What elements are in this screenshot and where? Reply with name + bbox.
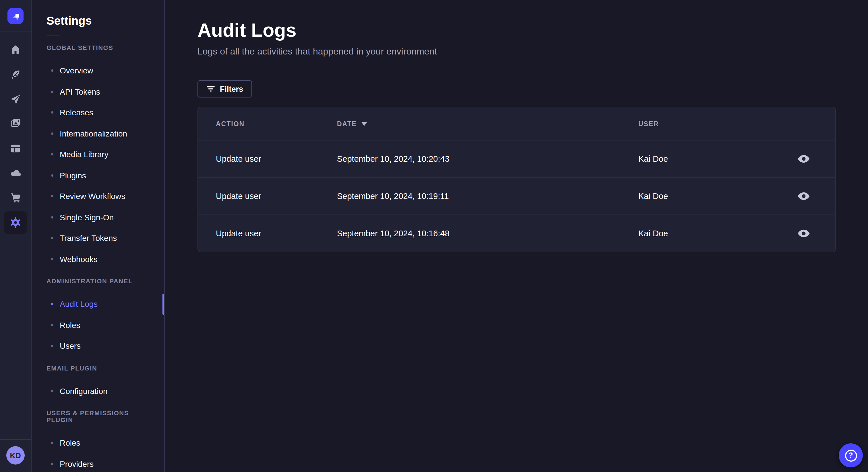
page-subtitle: Logs of all the activities that happened… — [197, 45, 836, 59]
sidebar-item-single-sign-on[interactable]: Single Sign-On — [32, 207, 164, 228]
cell-user: Kai Doe — [639, 192, 770, 201]
active-item-indicator — [162, 294, 164, 314]
cell-date: September 10, 2024, 10:16:48 — [337, 229, 639, 238]
sidebar-item-up-roles[interactable]: Roles — [32, 432, 164, 453]
sidebar-item-up-providers[interactable]: Providers — [32, 453, 164, 472]
cell-user: Kai Doe — [639, 154, 770, 164]
rail-icon-list — [0, 32, 31, 235]
section-label-users-permissions-plugin: USERS & PERMISSIONS PLUGIN — [46, 409, 149, 423]
bullet-icon — [51, 195, 53, 198]
cell-date: September 10, 2024, 10:20:43 — [337, 154, 639, 164]
settings-sidebar: Settings GLOBAL SETTINGS Overview API To… — [32, 0, 165, 472]
sidebar-item-overview[interactable]: Overview — [32, 60, 164, 81]
avatar-initials: KD — [10, 451, 21, 460]
cell-user: Kai Doe — [639, 229, 770, 238]
sidebar-item-releases[interactable]: Releases — [32, 102, 164, 123]
sidebar-title-divider — [46, 36, 60, 36]
bullet-icon — [51, 216, 53, 218]
filters-button-label: Filters — [220, 85, 243, 93]
filters-button[interactable]: Filters — [197, 80, 252, 98]
section-label-global-settings: GLOBAL SETTINGS — [46, 44, 149, 51]
cell-date: September 10, 2024, 10:19:11 — [337, 192, 639, 201]
workspace-logo-button[interactable] — [0, 0, 31, 32]
nav-marketplace-cart-icon[interactable] — [0, 185, 31, 210]
bullet-icon — [51, 237, 53, 239]
nav-home-icon[interactable] — [0, 37, 31, 62]
question-mark-icon: ? — [845, 449, 857, 461]
view-details-eye-icon[interactable] — [794, 224, 813, 243]
bullet-icon — [51, 442, 53, 444]
sidebar-section-email-plugin: Configuration — [32, 376, 164, 401]
sidebar-item-email-configuration[interactable]: Configuration — [32, 380, 164, 401]
bullet-icon — [51, 174, 53, 177]
cell-action: Update user — [216, 229, 337, 238]
filter-funnel-icon — [206, 84, 215, 94]
cell-action: Update user — [216, 192, 337, 201]
nav-cloud-icon[interactable] — [0, 161, 31, 185]
nav-media-library-icon[interactable] — [0, 111, 31, 136]
sidebar-item-webhooks[interactable]: Webhooks — [32, 248, 164, 270]
bullet-icon — [51, 324, 53, 326]
sidebar-item-transfer-tokens[interactable]: Transfer Tokens — [32, 228, 164, 248]
bullet-icon — [51, 303, 53, 305]
audit-logs-table: ACTION DATE USER Update user September 1… — [197, 107, 836, 252]
table-row[interactable]: Update user September 10, 2024, 10:20:43… — [198, 140, 835, 177]
nav-content-feather-icon[interactable] — [0, 62, 31, 87]
page-title: Audit Logs — [197, 19, 836, 42]
bullet-icon — [51, 463, 53, 465]
help-button[interactable]: ? — [839, 443, 863, 467]
sidebar-item-plugins[interactable]: Plugins — [32, 165, 164, 186]
rail-divider — [0, 439, 31, 440]
sidebar-item-audit-logs[interactable]: Audit Logs — [32, 294, 164, 314]
view-details-eye-icon[interactable] — [794, 187, 813, 205]
sidebar-item-admin-roles[interactable]: Roles — [32, 314, 164, 336]
bullet-icon — [51, 70, 53, 72]
bullet-icon — [51, 258, 53, 260]
sidebar-section-global-settings: Overview API Tokens Releases Internation… — [32, 56, 164, 270]
nav-settings-gear-icon[interactable] — [0, 210, 31, 235]
sidebar-item-review-workflows[interactable]: Review Workflows — [32, 186, 164, 207]
sort-desc-icon — [361, 120, 368, 127]
section-label-administration-panel: ADMINISTRATION PANEL — [46, 278, 149, 284]
sidebar-section-administration-panel: Audit Logs Roles Users — [32, 289, 164, 357]
sidebar-item-admin-users[interactable]: Users — [32, 336, 164, 357]
user-avatar[interactable]: KD — [6, 446, 25, 465]
bullet-icon — [51, 111, 53, 114]
column-header-date[interactable]: DATE — [337, 120, 639, 127]
settings-active-highlight — [4, 211, 27, 234]
column-header-action: ACTION — [216, 120, 337, 127]
bullet-icon — [51, 390, 53, 392]
section-label-email-plugin: EMAIL PLUGIN — [46, 365, 149, 371]
nav-layout-icon[interactable] — [0, 136, 31, 161]
main-nav-rail: KD — [0, 0, 32, 472]
bullet-icon — [51, 345, 53, 347]
sidebar-item-internationalization[interactable]: Internationalization — [32, 123, 164, 144]
sidebar-item-media-library[interactable]: Media Library — [32, 144, 164, 165]
main-content: Audit Logs Logs of all the activities th… — [165, 0, 868, 472]
bullet-icon — [51, 133, 53, 135]
cell-action: Update user — [216, 154, 337, 164]
sidebar-section-users-permissions-plugin: Roles Providers — [32, 428, 164, 472]
table-header-row: ACTION DATE USER — [198, 107, 835, 140]
table-row[interactable]: Update user September 10, 2024, 10:16:48… — [198, 214, 835, 252]
column-header-user: USER — [639, 120, 770, 127]
sidebar-title: Settings — [46, 14, 164, 28]
bullet-icon — [51, 154, 53, 156]
bullet-icon — [51, 91, 53, 93]
table-row[interactable]: Update user September 10, 2024, 10:19:11… — [198, 177, 835, 214]
nav-send-plane-icon[interactable] — [0, 87, 31, 111]
strapi-logo-icon — [7, 8, 24, 24]
app-window: KD Settings GLOBAL SETTINGS Overview API… — [0, 0, 868, 472]
view-details-eye-icon[interactable] — [794, 150, 813, 168]
sidebar-item-api-tokens[interactable]: API Tokens — [32, 81, 164, 102]
